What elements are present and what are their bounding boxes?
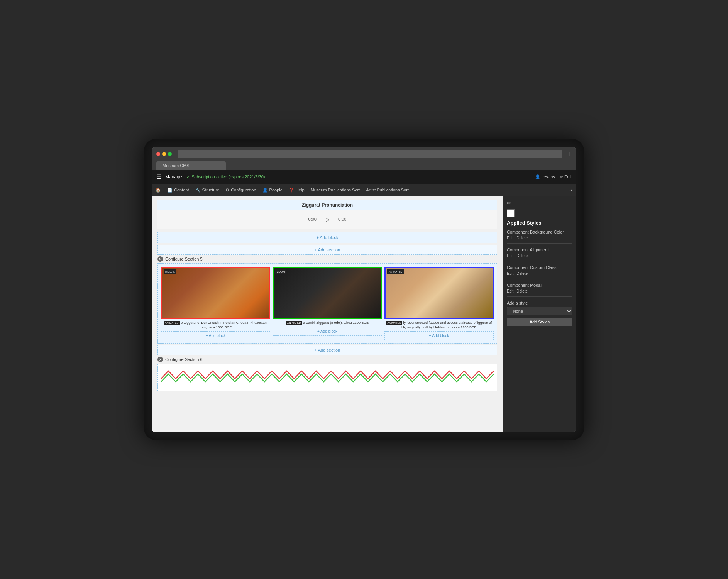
image-caption-2: ANIMATED a Zanbil Ziggurat (model). Circ… xyxy=(273,321,382,325)
audio-start-time: 0:00 xyxy=(308,217,317,222)
right-panel: ✏ Applied Styles Component Background Co… xyxy=(503,196,576,432)
main-layout: Ziggurat Pronunciation 0:00 ▷ 0:00 + Add… xyxy=(152,196,576,432)
badge-animated: ANIMATED xyxy=(387,269,404,274)
app-content: ☰ Manage ✓ Subscription active (expires … xyxy=(152,170,576,432)
close-button[interactable] xyxy=(156,152,160,156)
style-row-3: Component Custom Class Edit Delete xyxy=(507,265,572,279)
address-bar[interactable] xyxy=(178,150,562,158)
nav-museum-pub[interactable]: Museum Publications Sort xyxy=(311,188,360,192)
color-preview xyxy=(507,209,515,217)
style-edit-btn-2[interactable]: Edit xyxy=(507,254,513,258)
style-delete-btn-1[interactable]: Delete xyxy=(516,236,528,240)
style-row-4: Component Modal Edit Delete xyxy=(507,283,572,297)
style-delete-btn-2[interactable]: Delete xyxy=(516,254,528,258)
image-grid-container: MODAL ANIMATED e Ziggurat of Dur Untash … xyxy=(157,263,497,344)
audio-end-time: 0:00 xyxy=(338,217,346,222)
new-tab-button[interactable]: + xyxy=(568,151,572,157)
nav-home[interactable]: 🏠 xyxy=(156,188,161,193)
nav-right-items: ⇥ xyxy=(569,188,572,193)
maximize-button[interactable] xyxy=(168,152,172,156)
style-select[interactable]: - None - xyxy=(507,307,572,315)
style-name-3: Component Custom Class xyxy=(507,265,572,270)
browser-chrome: + Museum CMS xyxy=(152,147,576,170)
image-cell-2: ZOOM ANIMATED a Zanbil Ziggurat (model).… xyxy=(273,267,382,340)
browser-window: + Museum CMS ☰ Manage ✓ Subscription act… xyxy=(152,147,576,432)
style-edit-btn-3[interactable]: Edit xyxy=(507,271,513,276)
style-edit-btn-4[interactable]: Edit xyxy=(507,289,513,293)
structure-icon: 🔧 xyxy=(195,188,201,193)
image-wrapper-2: ZOOM xyxy=(273,267,382,319)
image-cell-3: ANIMATED ANIMATED ly reconstructed facad… xyxy=(384,267,494,340)
second-nav: 🏠 📄 Content 🔧 Structure ⚙ Configuration … xyxy=(152,184,576,196)
traffic-lights xyxy=(156,152,172,156)
image-2 xyxy=(274,268,381,318)
image-caption-1: ANIMATED e Ziggurat of Dur Untash in Per… xyxy=(161,321,270,330)
audio-section: Ziggurat Pronunciation 0:00 ▷ 0:00 xyxy=(157,200,497,229)
subscription-text: Subscription active (expires 2021/6/30) xyxy=(191,174,265,179)
hamburger-icon[interactable]: ☰ xyxy=(156,174,161,180)
pencil-icon: ✏ xyxy=(560,174,563,179)
nav-help[interactable]: ❓ Help xyxy=(289,188,305,193)
add-styles-button[interactable]: Add Styles xyxy=(507,318,572,326)
add-style-label: Add a style xyxy=(507,301,572,305)
nav-people[interactable]: 👤 People xyxy=(262,188,283,193)
cell-add-block-1[interactable]: + Add block xyxy=(161,331,270,340)
device-frame: + Museum CMS ☰ Manage ✓ Subscription act… xyxy=(144,139,584,440)
add-section-bar-1[interactable]: + Add section xyxy=(157,245,497,255)
image-caption-3: ANIMATED ly reconstructed facade and acc… xyxy=(384,321,494,330)
style-delete-btn-3[interactable]: Delete xyxy=(516,271,528,276)
image-3 xyxy=(386,268,493,318)
zigzag-pattern xyxy=(161,367,494,386)
badge-zoom: ZOOM xyxy=(275,269,286,274)
style-row-2: Component Alignment Edit Delete xyxy=(507,247,572,261)
style-actions-3: Edit Delete xyxy=(507,271,572,276)
badge-modal: MODAL xyxy=(164,269,176,274)
cell-add-block-3[interactable]: + Add block xyxy=(384,331,494,340)
help-icon: ❓ xyxy=(289,188,294,193)
people-icon: 👤 xyxy=(262,188,268,193)
add-block-button[interactable]: + Add block xyxy=(157,232,497,243)
section-6-content xyxy=(157,364,497,391)
configure-x-icon-6[interactable]: ✕ xyxy=(157,357,163,362)
content-icon: 📄 xyxy=(167,188,173,193)
configure-section-5[interactable]: ✕ Configure Section 5 xyxy=(157,256,497,262)
manage-label: Manage xyxy=(165,174,182,179)
animated-badge-1: ANIMATED xyxy=(164,321,180,325)
audio-player: 0:00 ▷ 0:00 xyxy=(157,210,497,229)
style-row-1: Component Background Color Edit Delete xyxy=(507,230,572,244)
browser-tab[interactable]: Museum CMS xyxy=(156,161,226,170)
minimize-button[interactable] xyxy=(162,152,166,156)
add-section-bar-2[interactable]: + Add section xyxy=(157,345,497,355)
nav-configuration[interactable]: ⚙ Configuration xyxy=(225,188,256,193)
style-actions-2: Edit Delete xyxy=(507,254,572,258)
top-nav: ☰ Manage ✓ Subscription active (expires … xyxy=(152,170,576,184)
config-icon: ⚙ xyxy=(225,188,229,193)
check-icon: ✓ xyxy=(186,174,190,179)
toggle-icon[interactable]: ⇥ xyxy=(569,188,572,193)
image-cell-1: MODAL ANIMATED e Ziggurat of Dur Untash … xyxy=(161,267,270,340)
style-name-1: Component Background Color xyxy=(507,230,572,234)
audio-title: Ziggurat Pronunciation xyxy=(157,200,497,210)
home-icon: 🏠 xyxy=(156,188,161,193)
applied-styles-title: Applied Styles xyxy=(507,220,572,226)
content-area: Ziggurat Pronunciation 0:00 ▷ 0:00 + Add… xyxy=(152,196,503,432)
cell-add-block-2[interactable]: + Add block xyxy=(273,327,382,336)
play-button[interactable]: ▷ xyxy=(323,215,332,224)
style-edit-btn-1[interactable]: Edit xyxy=(507,236,513,240)
image-grid: MODAL ANIMATED e Ziggurat of Dur Untash … xyxy=(161,267,494,340)
style-actions-1: Edit Delete xyxy=(507,236,572,240)
nav-structure[interactable]: 🔧 Structure xyxy=(195,188,220,193)
configure-x-icon[interactable]: ✕ xyxy=(157,256,163,262)
url-input[interactable] xyxy=(181,152,559,156)
configure-section-6[interactable]: ✕ Configure Section 6 xyxy=(157,357,497,362)
style-delete-btn-4[interactable]: Delete xyxy=(516,289,528,293)
nav-artist-pub[interactable]: Artist Publications Sort xyxy=(366,188,409,192)
image-wrapper-1: MODAL xyxy=(161,267,270,319)
style-actions-4: Edit Delete xyxy=(507,289,572,293)
image-wrapper-3: ANIMATED xyxy=(384,267,494,319)
pencil-edit-icon[interactable]: ✏ xyxy=(507,200,572,206)
nav-content[interactable]: 📄 Content xyxy=(167,188,189,193)
edit-link[interactable]: ✏ Edit xyxy=(560,174,572,179)
animated-badge-3: ANIMATED xyxy=(386,321,402,325)
style-name-2: Component Alignment xyxy=(507,247,572,252)
